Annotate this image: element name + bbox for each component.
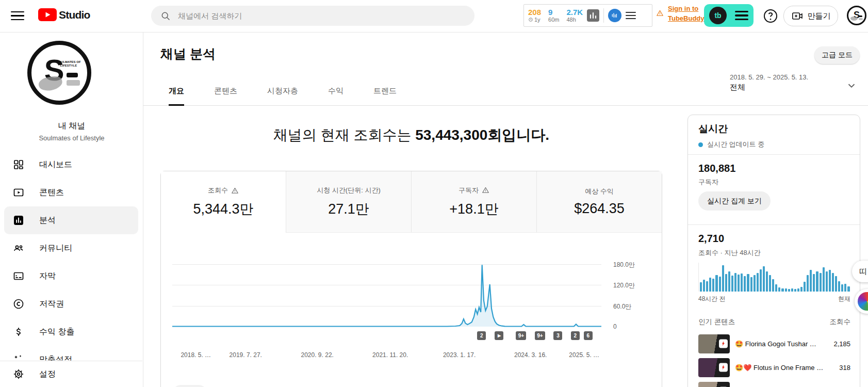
realtime-bar [766,271,768,292]
sidebar-item-label: 대시보드 [39,159,72,170]
sidebar-item-copyright[interactable]: 저작권 [0,290,142,318]
sidebar-item-label: 커뮤니티 [39,243,72,254]
tab-content[interactable]: 콘텐츠 [214,77,237,106]
realtime-views-value: 2,710 [698,233,724,245]
realtime-views-label: 조회수 · 지난 48시간 [698,248,761,257]
video-marker[interactable]: 9+ [535,331,545,340]
realtime-title: 실시간 [698,122,728,136]
account-avatar[interactable]: S [847,6,866,25]
headline-value: 53,443,300 [415,127,487,143]
signin-line1: Sign in to [668,4,705,14]
sidebar-item-subtitles[interactable]: 자막 [0,262,142,290]
vidiq-icon[interactable] [608,9,621,22]
analytics-icon [12,214,25,227]
sidebar-item-community[interactable]: 커뮤니티 [0,234,142,262]
channel-logo-icon: S SOULMATES OF LIFESTYLE [27,41,91,105]
sidebar-item-analytics[interactable]: 분석 [4,206,138,234]
realtime-bar [738,275,740,292]
realtime-bar [778,287,780,292]
copyright-icon [12,298,25,310]
divider [688,154,860,155]
tubebuddy-menu-icon [735,9,748,22]
divider [603,8,604,23]
realtime-bar [797,288,799,292]
top-content-row[interactable]: 🤩❤️ Flotus in One Frame …318 [698,356,850,379]
headline-suffix: 회입니다. [487,127,549,143]
video-title: 🤩❤️ Flotus in One Frame … [735,364,834,372]
sidebar-item-content[interactable]: 콘텐츠 [0,179,142,206]
top-content-row[interactable] [698,379,850,387]
tubebuddy-stats-box[interactable]: 2081y960m2.7K48h [523,4,652,27]
stat-card-views[interactable]: 조회수5,344.3만 [161,171,286,233]
see-live-count-button[interactable]: 실시간 집계 보기 [698,191,771,211]
sidebar-item-dashboard[interactable]: 대시보드 [0,151,142,179]
x-axis-tick-label: 2020. 9. 22. [301,351,334,359]
extension-stat-value: 9 [548,8,552,17]
stat-card-watch-time[interactable]: 시청 시간(단위: 시간)27.1만 [286,171,411,233]
views-headline: 채널의 현재 조회수는 53,443,300회입니다. [160,125,662,145]
tab-revenue[interactable]: 수익 [328,77,343,106]
views-column-label: 조회수 [830,317,851,327]
top-content-list: 🤩 Florina Gogoi Tushar …2,185🤩❤️ Flotus … [698,332,850,387]
create-button[interactable]: 만들기 [783,6,838,26]
realtime-bar [804,282,806,292]
realtime-bar [754,275,756,292]
tubebuddy-signin-link[interactable]: Sign in to TubeBuddy [656,4,705,24]
sidebar-item-settings[interactable]: 설정 [0,361,142,387]
stat-label: 조회수 [208,186,239,195]
tab-audience[interactable]: 시청자층 [267,77,298,106]
search-bar[interactable] [151,6,474,26]
youtube-studio-logo[interactable]: Studio [38,8,90,21]
channel-avatar[interactable]: S SOULMATES OF LIFESTYLE [27,41,91,105]
chevron-down-icon[interactable] [846,80,857,91]
dashboard-icon [12,158,25,171]
advanced-mode-button[interactable]: 고급 모드 [814,46,860,64]
my-channel-label: 내 채널 [0,121,143,132]
realtime-bar [750,277,752,292]
realtime-bar [775,284,777,292]
video-marker[interactable]: ▶ [495,331,503,340]
extension-menu-icon[interactable] [626,10,636,21]
realtime-bar [816,271,818,292]
realtime-bar [741,273,743,292]
tubebuddy-launcher-button[interactable]: tb [704,4,754,27]
video-marker[interactable]: 3 [553,331,562,340]
help-button[interactable] [762,8,779,24]
bar-chart-icon[interactable] [587,9,599,22]
sidebar-item-label: 자막 [39,271,56,282]
realtime-bar [763,266,765,292]
community-icon [12,242,25,254]
channel-logo-text: SOULMATES OF LIFESTYLE [55,60,82,68]
realtime-bar [757,273,759,292]
shorts-icon [719,340,728,348]
date-range-selector[interactable]: 2018. 5. 29. ~ 2025. 5. 13. 전체 [730,73,808,92]
page-title: 채널 분석 [160,45,216,62]
video-marker[interactable]: 9+ [516,331,526,340]
stat-label-text: 구독자 [458,186,479,195]
tab-trends[interactable]: 트렌드 [373,77,397,106]
stat-card-revenue[interactable]: 예상 수익$264.35 [536,171,662,233]
search-input[interactable] [177,11,474,21]
realtime-bar [844,284,846,292]
realtime-bar [807,275,809,292]
hamburger-menu-icon[interactable] [11,11,24,21]
extension-stat-48h: 2.7K48h [566,8,583,23]
sidebar-item-monetization[interactable]: 수익 창출 [0,318,142,346]
realtime-bar [829,270,831,292]
video-marker[interactable]: 2 [477,331,486,340]
video-views: 318 [839,364,850,372]
stat-card-subscribers[interactable]: 구독자+18.1만 [411,171,536,233]
realtime-bar [703,280,705,292]
channel-name: Soulmates of Lifestyle [0,134,143,142]
see-more-button[interactable]: 더보기 [172,385,207,387]
metric-cards-row: 조회수5,344.3만시청 시간(단위: 시간)27.1만구독자+18.1만예상… [161,171,662,233]
video-marker[interactable]: 6 [584,331,593,340]
stat-label-text: 예상 수익 [585,187,614,196]
extension-stat-unit: 60m [548,17,559,23]
top-content-row[interactable]: 🤩 Florina Gogoi Tushar …2,185 [698,332,850,356]
realtime-bar [719,277,721,292]
tab-overview[interactable]: 개요 [169,77,184,106]
video-views: 2,185 [833,340,850,348]
extension-stat-unit: 48h [566,17,576,23]
video-marker[interactable]: 2 [571,331,580,340]
